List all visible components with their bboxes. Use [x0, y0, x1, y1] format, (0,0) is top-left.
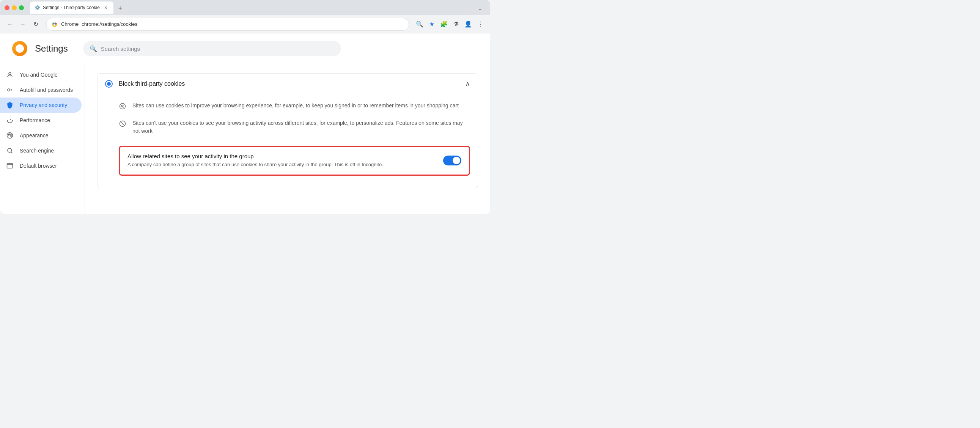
sidebar-label-default-browser: Default browser [20, 163, 57, 169]
forward-button[interactable]: → [18, 19, 28, 30]
svg-point-9 [11, 134, 11, 135]
sidebar-item-performance[interactable]: Performance [0, 113, 81, 128]
nav-bar: ← → ↻ Chrome chrome://settings/cookies 🔍 [0, 15, 490, 33]
tab-list-dropdown-button[interactable]: ⌄ [475, 3, 486, 14]
search-engine-icon [6, 147, 14, 154]
toggle-thumb [453, 157, 460, 164]
tab-favicon: ⚙️ [35, 5, 40, 10]
svg-rect-13 [7, 164, 13, 168]
main-content: Block third-party cookies ∧ [85, 64, 490, 214]
info-text-1: Sites can use cookies to improve your br… [132, 102, 459, 110]
sidebar-item-autofill[interactable]: Autofill and passwords [0, 82, 81, 97]
settings-body: You and Google Autofill and passwords [0, 64, 490, 214]
profile-icon: 👤 [465, 21, 472, 28]
svg-point-4 [8, 89, 10, 91]
toggle-card-content: Allow related sites to see your activity… [127, 153, 437, 169]
sidebar-item-appearance[interactable]: Appearance [0, 128, 81, 143]
settings-logo-inner [16, 45, 24, 53]
sidebar-label-search-engine: Search engine [20, 148, 54, 154]
page-title: Settings [35, 43, 68, 54]
cookie-icon [119, 102, 126, 110]
minimize-window-button[interactable] [12, 5, 17, 10]
allow-related-sites-toggle[interactable] [443, 156, 461, 165]
flask-icon: ⚗ [453, 21, 459, 28]
svg-point-18 [121, 107, 121, 107]
close-window-button[interactable] [5, 5, 10, 10]
title-bar: ⚙️ Settings - Third-party cookie × + ⌄ [0, 0, 490, 15]
search-input[interactable]: Search settings [101, 46, 140, 52]
back-icon: ← [7, 21, 13, 28]
svg-line-12 [11, 152, 12, 153]
extensions-button[interactable]: 🧩 [439, 19, 449, 30]
settings-header: Settings 🔍 Search settings [0, 33, 490, 64]
block-icon [119, 120, 126, 127]
svg-point-17 [123, 105, 124, 105]
menu-button[interactable]: ⋮ [475, 19, 486, 30]
toggle-card-description: A company can define a group of sites th… [127, 161, 437, 169]
tab-bar: ⚙️ Settings - Third-party cookie × + ⌄ [30, 2, 486, 14]
palette-icon [6, 132, 14, 139]
chrome-logo-icon [51, 21, 58, 28]
svg-point-19 [123, 107, 124, 107]
more-vert-icon: ⋮ [477, 21, 484, 28]
tab-close-button[interactable]: × [103, 5, 109, 11]
new-tab-button[interactable]: + [115, 3, 126, 14]
sidebar-label-appearance: Appearance [20, 132, 49, 138]
search-bar-icon: 🔍 [89, 45, 97, 53]
section-header[interactable]: Block third-party cookies ∧ [97, 73, 478, 94]
sidebar-item-privacy[interactable]: Privacy and security [0, 97, 81, 113]
settings-page: Settings 🔍 Search settings You and Googl… [0, 33, 490, 214]
sidebar-label-privacy: Privacy and security [20, 102, 67, 108]
tab-title: Settings - Third-party cookie [43, 5, 100, 10]
key-icon [6, 86, 14, 94]
svg-point-16 [121, 105, 122, 106]
search-bar[interactable]: 🔍 Search settings [83, 41, 341, 56]
bookmark-button[interactable]: ★ [426, 19, 437, 30]
browser-icon [6, 162, 14, 170]
search-button[interactable]: 🔍 [414, 19, 425, 30]
svg-point-8 [10, 134, 10, 134]
settings-logo [12, 41, 27, 56]
svg-line-5 [10, 119, 11, 120]
svg-point-7 [8, 134, 9, 135]
svg-point-3 [9, 72, 11, 75]
back-button[interactable]: ← [5, 19, 15, 30]
sidebar-label-autofill: Autofill and passwords [20, 87, 73, 93]
section-title: Block third-party cookies [119, 80, 465, 87]
star-icon: ★ [429, 21, 434, 28]
refresh-icon: ↻ [33, 21, 38, 28]
nav-actions: 🔍 ★ 🧩 ⚗ 👤 ⋮ [414, 19, 486, 30]
gauge-icon [6, 116, 14, 124]
radio-button[interactable] [105, 80, 113, 88]
sidebar-item-you-and-google[interactable]: You and Google [0, 67, 81, 82]
puzzle-icon: 🧩 [440, 21, 448, 28]
active-tab[interactable]: ⚙️ Settings - Third-party cookie × [30, 2, 113, 14]
address-bar[interactable]: Chrome chrome://settings/cookies [46, 18, 409, 31]
svg-point-2 [54, 24, 56, 25]
address-brand: Chrome [61, 21, 78, 27]
radio-inner [107, 82, 111, 86]
allow-related-sites-toggle-card: Allow related sites to see your activity… [119, 146, 470, 176]
info-text-2: Sites can't use your cookies to see your… [132, 119, 470, 135]
toggle-card-title: Allow related sites to see your activity… [127, 153, 437, 159]
block-cookies-section: Block third-party cookies ∧ [97, 73, 478, 188]
traffic-lights [5, 5, 24, 10]
refresh-button[interactable]: ↻ [30, 19, 41, 30]
sidebar-label-performance: Performance [20, 117, 50, 123]
search-icon: 🔍 [416, 21, 423, 28]
info-item-1: Sites can use cookies to improve your br… [119, 97, 470, 115]
info-item-2: Sites can't use your cookies to see your… [119, 115, 470, 140]
svg-line-21 [121, 122, 124, 126]
forward-icon: → [20, 21, 26, 28]
maximize-window-button[interactable] [19, 5, 24, 10]
sidebar-label-you-and-google: You and Google [20, 72, 58, 78]
labs-button[interactable]: ⚗ [451, 19, 461, 30]
sidebar: You and Google Autofill and passwords [0, 64, 85, 214]
sidebar-item-default-browser[interactable]: Default browser [0, 158, 81, 173]
person-icon [6, 71, 14, 78]
sidebar-item-search-engine[interactable]: Search engine [0, 143, 81, 158]
svg-point-10 [11, 135, 11, 136]
profile-button[interactable]: 👤 [463, 19, 474, 30]
shield-icon [6, 101, 14, 109]
section-body: Sites can use cookies to improve your br… [97, 94, 478, 188]
